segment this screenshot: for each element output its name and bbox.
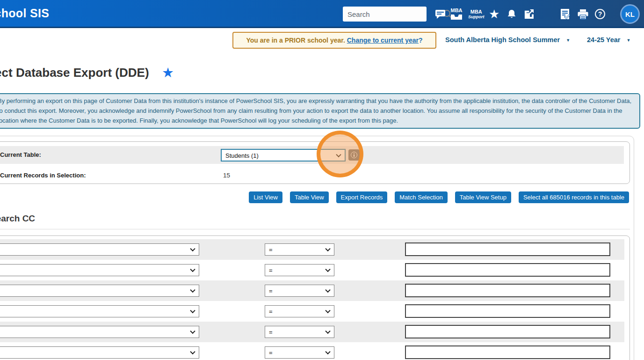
chevron-down-icon (190, 329, 195, 334)
chevron-down-icon (325, 308, 330, 313)
chevron-down-icon: ▼ (566, 37, 570, 43)
search-cc-heading: Search CC (0, 213, 35, 224)
help-icon[interactable]: ? (595, 0, 605, 28)
operator-select[interactable]: = (265, 305, 334, 317)
action-buttons-row: List View Table View Export Records Matc… (249, 191, 629, 203)
chevron-down-icon (190, 267, 195, 272)
criteria-value-input[interactable] (405, 304, 610, 318)
list-view-button[interactable]: List View (249, 191, 282, 203)
search-rows: = = = = (0, 239, 630, 360)
chevron-down-icon (325, 349, 330, 354)
current-records-value: 15 (223, 172, 230, 179)
app-logo[interactable]: PowerSchool SIS (0, 0, 49, 26)
match-selection-button[interactable]: Match Selection (395, 191, 448, 203)
term-selector[interactable]: 24-25 Year ▼ (587, 28, 630, 51)
print-icon[interactable] (577, 0, 589, 28)
avatar[interactable]: KL (620, 4, 640, 24)
search-criteria-row: = (0, 239, 624, 260)
field-select[interactable] (0, 346, 199, 359)
main-content: Direct Database Export (DDE) ★ By perfor… (0, 51, 644, 360)
search-criteria-row: = (0, 280, 624, 301)
criteria-value-input[interactable] (405, 263, 610, 277)
export-records-button[interactable]: Export Records (336, 191, 388, 203)
field-select[interactable] (0, 305, 199, 317)
current-records-label: Current Records in Selection: (0, 172, 86, 179)
criteria-value-input[interactable] (405, 345, 610, 359)
warning-suffix: ? (419, 37, 423, 44)
operator-select[interactable]: = (265, 326, 334, 338)
section-divider (0, 229, 630, 229)
criteria-value-input[interactable] (405, 242, 610, 256)
field-select[interactable] (0, 264, 199, 276)
current-table-label: Current Table: (0, 151, 41, 158)
mba-inbox-icon[interactable]: MBA (450, 0, 463, 28)
top-nav-bar: PowerSchool SIS MBA MBA Support (0, 0, 644, 28)
change-to-current-year-link[interactable]: Change to current year (347, 37, 419, 44)
notifications-bell-icon[interactable] (507, 0, 517, 28)
field-select[interactable] (0, 243, 199, 256)
operator-select[interactable]: = (265, 243, 334, 256)
chevron-down-icon (325, 267, 330, 272)
table-view-setup-button[interactable]: Table View Setup (455, 191, 511, 203)
launch-external-icon[interactable] (524, 0, 534, 28)
operator-select[interactable]: = (265, 264, 334, 276)
search-criteria-row: = (0, 322, 624, 342)
operator-select[interactable]: = (265, 285, 334, 297)
search-criteria-row: = (0, 301, 624, 322)
operator-select[interactable]: = (265, 346, 334, 359)
prior-year-warning-text: You are in a PRIOR school year. (246, 37, 347, 44)
chevron-down-icon (190, 246, 195, 251)
search-criteria-row: = (0, 260, 624, 280)
search-criteria-row: = (0, 342, 624, 360)
dde-content-card: Current Table: Students (1) Current Reco… (0, 136, 634, 360)
info-icon (351, 152, 357, 158)
chevron-down-icon (190, 287, 195, 293)
favorite-page-star-icon[interactable]: ★ (162, 65, 174, 81)
chevron-down-icon (325, 329, 330, 334)
field-select[interactable] (0, 285, 199, 297)
search-input[interactable] (343, 10, 442, 18)
chevron-down-icon (336, 152, 341, 157)
search-criteria-panel: = = = = (0, 235, 630, 360)
school-selector[interactable]: South Alberta High School Summer ▼ (445, 28, 570, 51)
chat-icon[interactable] (435, 0, 446, 28)
school-year-bar: You are in a PRIOR school year. Change t… (0, 28, 644, 51)
chevron-down-icon: ▼ (627, 37, 631, 43)
chevron-down-icon (325, 287, 330, 293)
chevron-down-icon (325, 246, 330, 251)
current-table-panel: Current Table: Students (1) Current Reco… (0, 141, 630, 184)
chevron-down-icon (190, 308, 195, 313)
chevron-down-icon (190, 349, 195, 354)
field-select[interactable] (0, 326, 199, 338)
favorites-star-icon[interactable]: ★ (489, 0, 499, 28)
export-warning-notice: By performing an export on this page of … (0, 93, 640, 129)
global-search[interactable] (343, 7, 427, 22)
mba-support-icon[interactable]: MBA Support (468, 0, 485, 28)
tasks-clipboard-icon[interactable] (560, 0, 570, 28)
prior-year-warning-banner: You are in a PRIOR school year. Change t… (232, 32, 436, 49)
criteria-value-input[interactable] (405, 284, 610, 297)
page-title: Direct Database Export (DDE) (0, 66, 149, 80)
table-info-button[interactable] (348, 149, 360, 161)
table-view-button[interactable]: Table View (290, 191, 329, 203)
select-all-records-button[interactable]: Select all 685016 records in this table (519, 191, 629, 203)
criteria-value-input[interactable] (405, 325, 610, 338)
current-table-select[interactable]: Students (1) (221, 149, 346, 162)
